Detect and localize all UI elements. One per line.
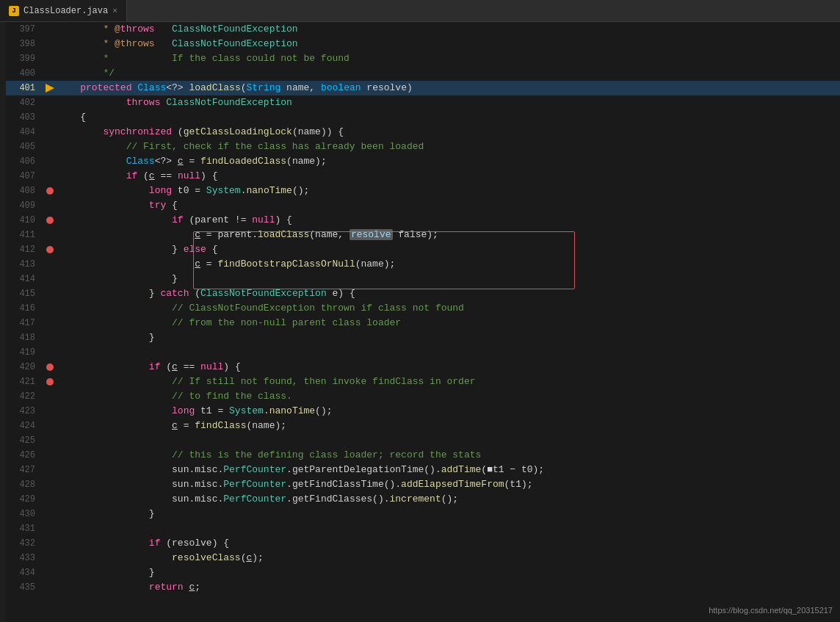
javadoc-type-token: ClassNotFoundException xyxy=(166,97,292,108)
execution-arrow-icon xyxy=(46,84,54,93)
plain-token: name, xyxy=(280,82,321,93)
plain-token: .getParentDelegationTime(). xyxy=(286,464,441,475)
table-row: 432 if (resolve) { xyxy=(6,536,840,551)
breakpoint-col[interactable] xyxy=(43,84,57,93)
breakpoint-col[interactable] xyxy=(43,246,57,253)
line-number: 432 xyxy=(6,536,43,551)
breakpoint-col[interactable] xyxy=(43,187,57,195)
code-text: sun.misc.PerfCounter.getFindClassTime().… xyxy=(57,477,840,492)
keyword-token: null xyxy=(178,170,200,181)
variable-token: c xyxy=(172,420,178,431)
table-row: 429 sun.misc.PerfCounter.getFindClasses(… xyxy=(6,492,840,507)
variable-token: c xyxy=(178,156,184,167)
type-token: PerfCounter xyxy=(223,493,286,505)
table-row: 418 } xyxy=(6,330,840,345)
plain-token: sun.misc. xyxy=(172,479,223,490)
plain-token: ) { xyxy=(223,361,240,372)
type-token: System xyxy=(229,405,264,416)
code-text: // to find the class. xyxy=(57,389,840,404)
table-row: 417 // from the non-null parent class lo… xyxy=(6,316,840,330)
plain-token: t0 = xyxy=(178,185,206,196)
plain-token: { xyxy=(80,112,86,123)
plain-token xyxy=(155,23,172,35)
plain-token: resolve) xyxy=(361,82,413,93)
code-text: protected Class<?> loadClass(String name… xyxy=(57,81,840,95)
plain-token: t1 = xyxy=(200,405,229,416)
plain-token: (resolve) { xyxy=(166,538,229,549)
active-tab[interactable]: J ClassLoader.java × xyxy=(0,0,127,21)
line-number: 423 xyxy=(6,404,43,419)
breakpoint-col[interactable] xyxy=(43,217,57,224)
code-text: // from the non-null parent class loader xyxy=(57,316,840,330)
type-token: System xyxy=(206,185,241,196)
java-file-icon: J xyxy=(9,6,19,16)
tab-close-button[interactable]: × xyxy=(112,7,117,15)
code-text: throws ClassNotFoundException xyxy=(57,95,840,110)
line-number: 424 xyxy=(6,419,43,433)
line-number: 402 xyxy=(6,95,43,110)
plain-token: { xyxy=(206,244,218,255)
table-row: 409 try { xyxy=(6,198,840,213)
line-number: 413 xyxy=(6,257,43,272)
table-row: 399 * If the class could not be found xyxy=(6,51,840,66)
plain-token: = xyxy=(200,258,217,270)
code-text: c = findBootstrapClassOrNull(name); xyxy=(57,257,840,272)
table-row: 421 // If still not found, then invoke f… xyxy=(6,375,840,389)
table-row: 407 if (c == null) { xyxy=(6,169,840,184)
table-row: 401 protected Class<?> loadClass(String … xyxy=(6,81,840,95)
plain-token: } xyxy=(149,332,155,343)
plain-token: ( xyxy=(178,126,184,137)
line-number: 420 xyxy=(6,360,43,375)
line-number: 416 xyxy=(6,301,43,316)
editor-gutter-left xyxy=(0,22,6,622)
keyword-token: return xyxy=(149,582,189,593)
code-text: sun.misc.PerfCounter.getParentDelegation… xyxy=(57,463,840,477)
tab-bar: J ClassLoader.java × xyxy=(0,0,840,22)
variable-token: c xyxy=(172,361,178,372)
tab-label: ClassLoader.java xyxy=(23,6,108,16)
line-number: 412 xyxy=(6,242,43,257)
comment-token: */ xyxy=(103,68,115,79)
method-token: addTime xyxy=(441,464,482,475)
variable-token: c xyxy=(195,229,200,240)
code-text: if (c == null) { xyxy=(57,169,840,184)
code-text: } xyxy=(57,272,840,286)
type-token: PerfCounter xyxy=(223,479,286,490)
table-row: 406 Class<?> c = findLoadedClass(name); xyxy=(6,154,840,169)
breakpoint-dot xyxy=(46,217,54,224)
method-token: loadClass xyxy=(258,229,309,240)
breakpoint-col[interactable] xyxy=(43,378,57,386)
plain-token: (name); xyxy=(286,156,327,167)
code-text: long t1 = System.nanoTime(); xyxy=(57,404,840,419)
comment-token: // ClassNotFoundException thrown if clas… xyxy=(172,303,464,314)
javadoc-tag-token: * @ xyxy=(103,23,120,35)
keyword-token: throws xyxy=(126,97,167,108)
plain-token: (parent != xyxy=(189,214,252,225)
keyword-token: throws xyxy=(120,23,155,35)
code-text: if (parent != null) { xyxy=(57,213,840,228)
plain-token: } xyxy=(172,273,178,284)
table-row: 400 */ xyxy=(6,66,840,81)
plain-token: (name)) { xyxy=(292,126,344,137)
plain-token: ( xyxy=(241,82,247,93)
comment-token: // to find the class. xyxy=(172,391,292,402)
line-number: 428 xyxy=(6,477,43,492)
method-token: loadClass xyxy=(189,82,240,93)
breakpoint-col[interactable] xyxy=(43,364,57,371)
line-number: 425 xyxy=(6,433,43,448)
line-number: 431 xyxy=(6,521,43,536)
plain-token: } xyxy=(149,288,161,299)
plain-token: e) { xyxy=(327,288,355,299)
type-token: PerfCounter xyxy=(223,464,286,475)
table-row: 427 sun.misc.PerfCounter.getParentDelega… xyxy=(6,463,840,477)
keyword-token: long xyxy=(149,185,178,196)
code-text: resolveClass(c); xyxy=(57,551,840,565)
keyword-token: else xyxy=(184,244,206,255)
method-token: findLoadedClass xyxy=(200,156,286,167)
table-row: 410 if (parent != null) { xyxy=(6,213,840,228)
table-row: 435 return c; xyxy=(6,580,840,595)
code-text: * @throws ClassNotFoundException xyxy=(57,37,840,51)
plain-token: <?> xyxy=(155,156,178,167)
code-text: // ClassNotFoundException thrown if clas… xyxy=(57,301,840,316)
keyword-token: if xyxy=(149,538,166,549)
